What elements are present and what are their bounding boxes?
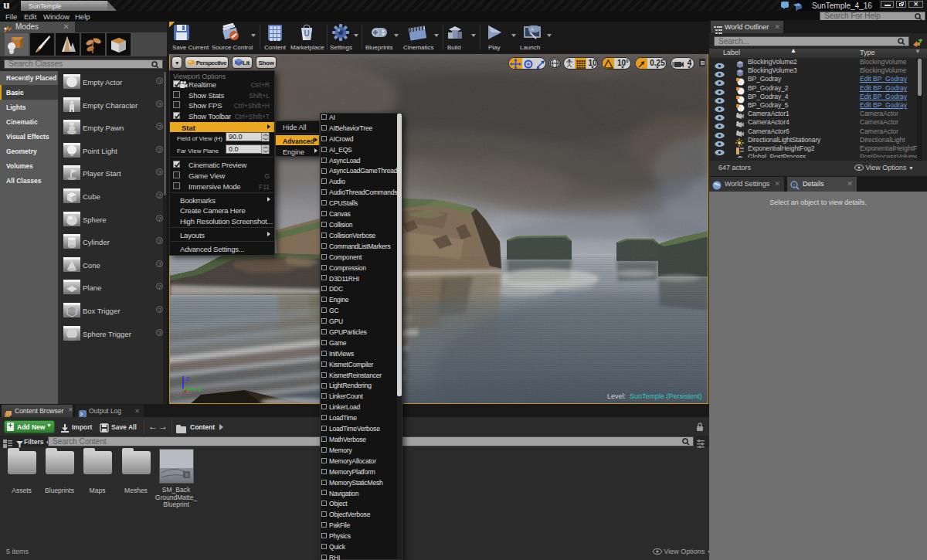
svg-text:U: U bbox=[304, 29, 309, 38]
svg-text:x: x bbox=[184, 388, 188, 395]
svg-text:i: i bbox=[793, 182, 795, 188]
svg-text:Z: Z bbox=[185, 375, 189, 382]
svg-text:A: A bbox=[531, 27, 534, 32]
svg-text:⌂: ⌂ bbox=[185, 472, 188, 477]
svg-text:Y: Y bbox=[198, 386, 202, 393]
